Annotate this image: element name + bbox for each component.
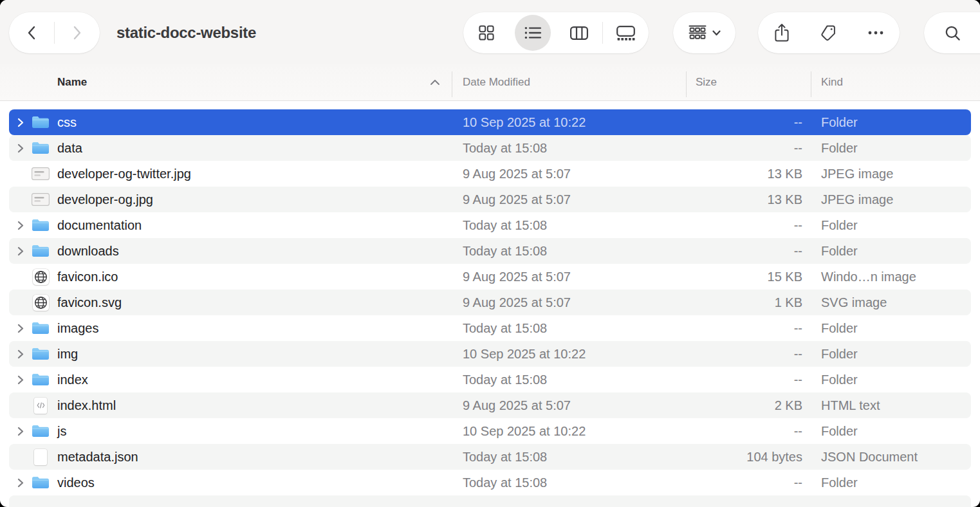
file-kind: Windo…n image — [821, 264, 916, 290]
file-size: -- — [678, 341, 802, 367]
disclosure-chevron-icon[interactable] — [14, 367, 27, 392]
share-button[interactable] — [759, 12, 806, 53]
gallery-view-button[interactable] — [603, 12, 649, 53]
file-row[interactable]: downloads Today at 15:08 -- Folder — [9, 238, 971, 264]
file-row[interactable]: img 10 Sep 2025 at 10:22 -- Folder — [9, 341, 971, 367]
file-size: 15 KB — [678, 264, 802, 290]
file-name: index.html — [57, 392, 116, 418]
file-size: 1 KB — [678, 290, 802, 315]
grid-icon — [479, 25, 494, 41]
file-kind: Folder — [821, 367, 858, 392]
file-size: 104 bytes — [678, 444, 802, 470]
file-kind: HTML text — [821, 392, 880, 418]
more-button[interactable] — [853, 12, 900, 53]
more-icon — [868, 31, 883, 35]
file-size: -- — [678, 135, 802, 161]
file-name: developer-og.jpg — [57, 187, 153, 212]
file-date-modified: 10 Sep 2025 at 10:22 — [463, 418, 586, 444]
disclosure-chevron-icon[interactable] — [14, 315, 27, 341]
file-row[interactable]: metadata.json Today at 15:08 104 bytes J… — [9, 444, 971, 470]
file-row[interactable]: developer-og-twitter.jpg 9 Aug 2025 at 5… — [9, 161, 971, 187]
file-name: js — [57, 418, 66, 444]
file-name: data — [57, 135, 82, 161]
file-kind: Folder — [821, 238, 858, 264]
file-name: metadata.json — [57, 444, 138, 470]
file-row[interactable]: developer-og.jpg 9 Aug 2025 at 5:07 13 K… — [9, 187, 971, 212]
file-kind: Folder — [821, 109, 858, 135]
folder-icon — [30, 315, 51, 341]
column-divider — [811, 71, 811, 97]
back-button[interactable] — [10, 12, 54, 53]
file-row[interactable]: videos Today at 15:08 -- Folder — [9, 470, 971, 495]
image-icon — [30, 187, 51, 212]
disclosure-chevron-icon[interactable] — [14, 135, 27, 161]
file-date-modified: 10 Sep 2025 at 10:22 — [463, 109, 586, 135]
column-view-button[interactable] — [556, 12, 602, 53]
disclosure-chevron-icon — [14, 444, 27, 470]
file-kind: Folder — [821, 470, 858, 495]
file-kind: SVG image — [821, 290, 887, 315]
file-size: -- — [678, 238, 802, 264]
file-date-modified: Today at 15:08 — [463, 315, 547, 341]
file-kind: Folder — [821, 315, 858, 341]
file-date-modified: Today at 15:08 — [463, 470, 547, 495]
column-header-date-modified[interactable]: Date Modified — [463, 64, 530, 100]
file-row[interactable]: data Today at 15:08 -- Folder — [9, 135, 971, 161]
disclosure-chevron-icon[interactable] — [14, 238, 27, 264]
search-button[interactable] — [929, 12, 976, 53]
column-header-name[interactable]: Name — [57, 64, 87, 100]
folder-icon — [30, 238, 51, 264]
disclosure-chevron-icon[interactable] — [14, 212, 27, 238]
file-name: documentation — [57, 212, 142, 238]
disclosure-chevron-icon[interactable] — [14, 341, 27, 367]
file-name: developer-og-twitter.jpg — [57, 161, 191, 187]
file-name: favicon.ico — [57, 264, 118, 290]
file-row[interactable]: favicon.svg 9 Aug 2025 at 5:07 1 KB SVG … — [9, 290, 971, 315]
forward-button[interactable] — [55, 12, 100, 53]
selected-view-highlight — [515, 15, 551, 51]
file-date-modified: 9 Aug 2025 at 5:07 — [463, 290, 571, 315]
file-row[interactable]: js 10 Sep 2025 at 10:22 -- Folder — [9, 418, 971, 444]
globe-icon — [30, 290, 51, 315]
file-row[interactable]: index Today at 15:08 -- Folder — [9, 367, 971, 392]
disclosure-chevron-icon[interactable] — [14, 418, 27, 444]
disclosure-chevron-icon — [14, 392, 27, 418]
disclosure-chevron-icon[interactable] — [14, 109, 27, 135]
file-date-modified: Today at 15:08 — [463, 444, 547, 470]
icon-view-button[interactable] — [463, 12, 510, 53]
list-view-button[interactable] — [510, 12, 556, 53]
file-name: css — [57, 109, 77, 135]
column-divider — [686, 71, 687, 97]
file-kind: JSON Document — [821, 444, 918, 470]
file-kind: Folder — [821, 418, 858, 444]
disclosure-chevron-icon — [14, 187, 27, 212]
file-row[interactable]: documentation Today at 15:08 -- Folder — [9, 212, 971, 238]
folder-icon — [30, 135, 51, 161]
view-switcher — [463, 12, 649, 53]
file-row[interactable]: css 10 Sep 2025 at 10:22 -- Folder — [9, 109, 971, 135]
column-header-size[interactable]: Size — [696, 64, 717, 100]
window-title: static-docc-website — [116, 24, 256, 42]
column-header-kind[interactable]: Kind — [821, 64, 843, 100]
disclosure-chevron-icon — [14, 290, 27, 315]
file-row[interactable]: favicon.ico 9 Aug 2025 at 5:07 15 KB Win… — [9, 264, 971, 290]
file-date-modified: Today at 15:08 — [463, 367, 547, 392]
file-size: -- — [678, 418, 802, 444]
file-date-modified: 9 Aug 2025 at 5:07 — [463, 187, 571, 212]
disclosure-chevron-icon[interactable] — [14, 470, 27, 495]
tag-button[interactable] — [806, 12, 853, 53]
file-kind: Folder — [821, 341, 858, 367]
group-by-icon — [689, 25, 707, 41]
list-icon — [524, 26, 541, 39]
image-icon — [30, 161, 51, 187]
tag-icon — [820, 24, 837, 41]
file-row[interactable]: images Today at 15:08 -- Folder — [9, 315, 971, 341]
group-by-button[interactable] — [673, 12, 735, 53]
file-name: favicon.svg — [57, 290, 122, 315]
chevron-down-icon — [712, 30, 721, 36]
file-date-modified: 9 Aug 2025 at 5:07 — [463, 392, 571, 418]
file-row[interactable]: index.html 9 Aug 2025 at 5:07 2 KB HTML … — [9, 392, 971, 418]
file-size: 13 KB — [678, 161, 802, 187]
file-date-modified: Today at 15:08 — [463, 135, 547, 161]
folder-icon — [30, 470, 51, 495]
